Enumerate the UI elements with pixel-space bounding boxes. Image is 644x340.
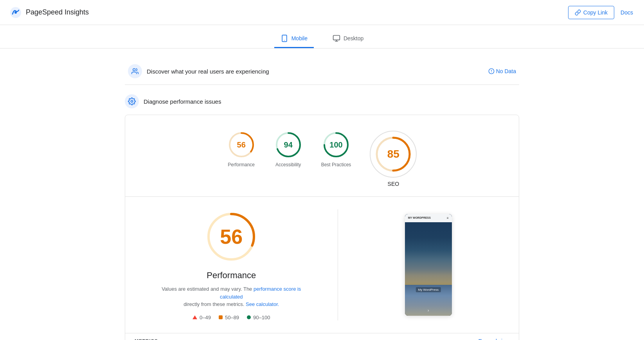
discover-icon bbox=[128, 64, 142, 78]
desktop-icon bbox=[333, 34, 340, 42]
header: PageSpeed Insights Copy Link Docs bbox=[0, 0, 644, 25]
gear-icon bbox=[128, 97, 136, 105]
score-label-performance: Performance bbox=[228, 162, 255, 167]
perf-detail-left: 56 Performance Values are estimated and … bbox=[125, 209, 338, 320]
fail-triangle-icon bbox=[192, 315, 197, 319]
score-number-seo: 85 bbox=[387, 148, 399, 160]
copy-link-label: Copy Link bbox=[583, 9, 608, 16]
large-score-number: 56 bbox=[220, 225, 243, 248]
copy-link-button[interactable]: Copy Link bbox=[568, 6, 614, 19]
large-perf-title: Performance bbox=[207, 270, 256, 281]
score-item-seo[interactable]: 85 SEO bbox=[370, 131, 417, 187]
score-circle-performance: 56 bbox=[227, 131, 255, 159]
legend-average: 50–89 bbox=[219, 315, 239, 320]
score-item-best-practices[interactable]: 100 Best Practices bbox=[321, 131, 351, 187]
desc-main-text: Values are estimated and may vary. The bbox=[162, 286, 252, 292]
legend-pass-range: 90–100 bbox=[253, 315, 270, 320]
pagespeed-logo-icon bbox=[9, 6, 22, 19]
performance-detail: 56 Performance Values are estimated and … bbox=[125, 197, 519, 333]
score-item-performance[interactable]: 56 Performance bbox=[227, 131, 255, 187]
app-title: PageSpeed Insights bbox=[26, 8, 89, 16]
info-icon bbox=[488, 68, 495, 74]
screenshot-inner: MY WORDPRESS ≡ My WordPress › bbox=[405, 214, 452, 316]
score-legend: 0–49 50–89 90–100 bbox=[192, 315, 270, 320]
diagnose-title: Diagnose performance issues bbox=[144, 98, 221, 105]
desc-mid-text: directly from these metrics. bbox=[183, 301, 244, 307]
tab-desktop-label: Desktop bbox=[344, 35, 363, 41]
svg-point-11 bbox=[131, 101, 133, 103]
main-content: Discover what your real users are experi… bbox=[119, 49, 525, 340]
large-score-gauge: 56 bbox=[204, 209, 259, 264]
legend-average-range: 50–89 bbox=[225, 315, 239, 320]
legend-pass: 90–100 bbox=[247, 315, 270, 320]
svg-rect-4 bbox=[333, 36, 340, 40]
screenshot-overlay-text: My WordPress bbox=[416, 287, 441, 292]
mobile-icon bbox=[281, 34, 288, 42]
tab-desktop[interactable]: Desktop bbox=[326, 30, 370, 48]
score-number-accessibility: 94 bbox=[284, 140, 293, 149]
average-square-icon bbox=[219, 315, 223, 319]
discover-section: Discover what your real users are experi… bbox=[125, 58, 519, 85]
expand-view-button[interactable]: Expand view bbox=[479, 338, 509, 340]
svg-point-7 bbox=[133, 68, 135, 71]
calculator-link[interactable]: See calculator. bbox=[246, 301, 279, 307]
perf-detail-right: MY WORDPRESS ≡ My WordPress › bbox=[338, 209, 519, 320]
score-number-performance: 56 bbox=[237, 140, 246, 149]
tab-mobile-label: Mobile bbox=[291, 35, 308, 41]
metrics-bar: METRICS Expand view bbox=[125, 333, 519, 340]
tabs-bar: Mobile Desktop bbox=[0, 25, 644, 49]
diagnose-header: Diagnose performance issues bbox=[125, 94, 519, 108]
mobile-screenshot: MY WORDPRESS ≡ My WordPress › bbox=[405, 214, 452, 316]
score-circle-accessibility: 94 bbox=[274, 131, 302, 159]
metrics-label: METRICS bbox=[135, 338, 158, 340]
people-icon bbox=[131, 68, 139, 75]
discover-title: Discover what your real users are experi… bbox=[147, 68, 269, 75]
link-icon bbox=[575, 9, 581, 16]
score-number-best-practices: 100 bbox=[329, 140, 342, 149]
score-item-accessibility[interactable]: 94 Accessibility bbox=[274, 131, 302, 187]
svg-point-1 bbox=[14, 11, 17, 14]
score-circle-best-practices: 100 bbox=[322, 131, 350, 159]
discover-left: Discover what your real users are experi… bbox=[128, 64, 269, 78]
pass-dot-icon bbox=[247, 315, 251, 319]
no-data-button[interactable]: No Data bbox=[488, 68, 516, 74]
score-card-panel: 56 Performance 94 Accessibility bbox=[125, 115, 519, 340]
score-label-accessibility: Accessibility bbox=[275, 162, 301, 167]
screenshot-site-name: MY WORDPRESS bbox=[408, 216, 431, 220]
diagnose-section: Diagnose performance issues 56 Performan… bbox=[125, 94, 519, 340]
diagnose-icon bbox=[125, 94, 139, 108]
tab-mobile[interactable]: Mobile bbox=[274, 30, 314, 48]
header-left: PageSpeed Insights bbox=[9, 6, 89, 19]
score-label-seo: SEO bbox=[388, 181, 399, 187]
score-circles-row: 56 Performance 94 Accessibility bbox=[125, 124, 519, 197]
score-circle-seo: 85 bbox=[374, 135, 413, 174]
perf-description: Values are estimated and may vary. The p… bbox=[157, 285, 306, 308]
screenshot-menu-icon: ≡ bbox=[447, 216, 449, 220]
docs-button[interactable]: Docs bbox=[619, 6, 635, 19]
svg-rect-2 bbox=[282, 35, 287, 42]
score-label-best-practices: Best Practices bbox=[321, 162, 351, 167]
legend-fail: 0–49 bbox=[192, 315, 211, 320]
header-right: Copy Link Docs bbox=[568, 6, 635, 19]
screenshot-nav-arrow: › bbox=[428, 308, 429, 313]
legend-fail-range: 0–49 bbox=[200, 315, 211, 320]
screenshot-header: MY WORDPRESS ≡ bbox=[405, 214, 452, 222]
no-data-label: No Data bbox=[496, 68, 516, 74]
